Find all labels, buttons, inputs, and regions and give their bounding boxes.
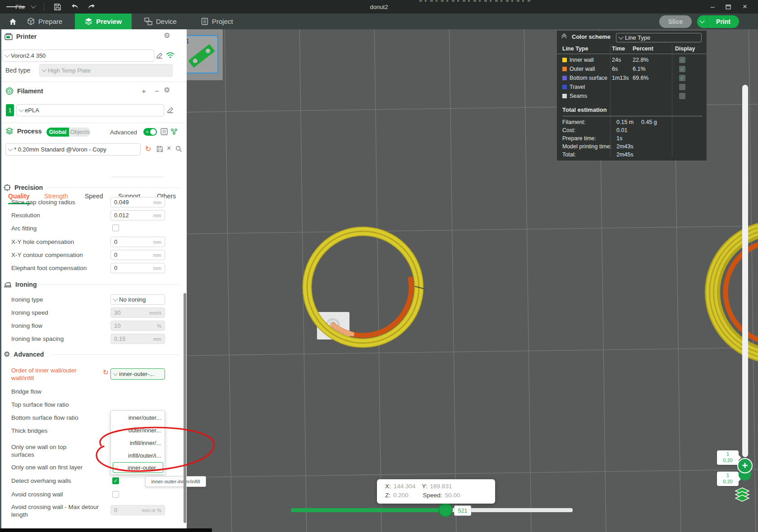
add-filament-button[interactable]: + — [142, 87, 146, 96]
printer-edit-icon[interactable] — [156, 52, 163, 59]
order-wall-infill-select[interactable]: inner-outer-... — [110, 368, 165, 380]
total-label: Model printing time: — [562, 143, 611, 150]
display-checkbox[interactable]: ✓ — [679, 75, 685, 81]
filament-edit-icon[interactable] — [167, 106, 174, 114]
delete-preset-icon[interactable]: × — [167, 144, 171, 152]
file-menu[interactable]: File — [15, 0, 25, 14]
avoid-crossing-wall-checkbox[interactable]: ✓ — [112, 491, 119, 498]
filament-slot-badge: 1 — [6, 104, 14, 116]
setting-label: Ironing type — [11, 296, 43, 303]
display-checkbox[interactable]: ✓ — [679, 84, 685, 90]
display-checkbox[interactable]: ✓ — [679, 57, 685, 63]
arc-fitting-checkbox[interactable]: ✓ — [112, 225, 119, 231]
collapse-panel-icon[interactable] — [562, 34, 566, 40]
settings-scrollbar[interactable] — [184, 293, 186, 523]
setting-label: Avoid crossing wall — [11, 491, 63, 498]
titlebar: File donut2 ─ × — [0, 0, 758, 14]
reset-preset-icon[interactable]: ↻ — [145, 145, 151, 153]
setting-label: Ironing line spacing — [11, 335, 64, 343]
reset-order-icon[interactable]: ↻ — [103, 368, 109, 376]
filament-settings-gear-icon[interactable]: ⚙ — [164, 87, 170, 94]
save-icon[interactable] — [54, 0, 61, 14]
move-slider-filled[interactable] — [291, 508, 446, 512]
layer-badge-top: 10.20 — [717, 450, 739, 465]
setting-label: X-Y contour compensation — [11, 251, 83, 259]
ironing-type-select[interactable]: No ironing — [110, 294, 165, 305]
printer-icon — [5, 33, 13, 40]
tab-prepare[interactable]: Prepare — [27, 14, 62, 29]
dropdown-option[interactable]: infill/outer/i... — [128, 452, 161, 459]
minimize-icon[interactable]: ─ — [708, 0, 717, 14]
print-dropdown-button[interactable] — [697, 15, 707, 28]
setting-label: Thick bridges — [11, 427, 47, 435]
dropdown-option-selected[interactable]: ✓ inner-outer... — [113, 462, 163, 473]
outer-wall-swatch — [562, 67, 567, 71]
tab-speed[interactable]: Speed — [85, 193, 103, 200]
detect-overhang-walls-checkbox[interactable]: ✓ — [112, 477, 119, 484]
ironing-speed-input: 30mm/s — [110, 307, 165, 318]
inner-wall-swatch — [562, 58, 567, 62]
tab-device[interactable]: Device — [144, 14, 177, 29]
total-value: 0.45 g — [641, 119, 657, 125]
file-menu-chevron-icon[interactable] — [32, 0, 35, 14]
layers-view-icon[interactable] — [734, 487, 750, 504]
printer-settings-gear-icon[interactable]: ⚙ — [164, 32, 170, 39]
resolution-input[interactable]: 0.012mm — [110, 210, 165, 220]
compare-presets-icon[interactable] — [170, 128, 178, 135]
filament-select[interactable]: ePLA — [16, 104, 164, 116]
ironing-line-spacing-input: 0.15mm — [110, 334, 165, 344]
save-preset-icon[interactable] — [156, 146, 163, 152]
slice-gap-input[interactable]: 0.049mm — [110, 197, 165, 207]
bed-type-select[interactable]: High Temp Plate — [39, 64, 173, 77]
xy-contour-compensation-input[interactable]: 0mm — [110, 250, 165, 260]
process-global-segment[interactable]: Global — [46, 128, 69, 137]
dropdown-option[interactable]: outer/inner... — [129, 427, 161, 434]
elephant-foot-compensation-input[interactable]: 0mm — [110, 263, 165, 273]
xy-hole-compensation-input[interactable]: 0mm — [110, 237, 165, 247]
process-preset-select[interactable]: * 0.20mm Standard @Voron - Copy — [5, 143, 141, 156]
total-value: 2m43s — [616, 143, 634, 150]
plate-thumbnail[interactable]: 1 — [182, 35, 218, 73]
seams-swatch — [562, 94, 567, 98]
slice-button[interactable]: Slice — [659, 15, 692, 28]
bed-type-label: Bed type — [5, 67, 30, 74]
setting-label: Resolution — [11, 211, 40, 219]
undo-icon[interactable] — [71, 0, 79, 14]
setting-label: Detect overhang walls — [11, 477, 71, 485]
process-section-header: Process — [5, 128, 41, 135]
gcode-position-tooltip: X:144.304 Y:169.831 Z:0.200 Speed:50.00 — [377, 479, 495, 504]
print-button[interactable]: Print — [707, 15, 739, 28]
advanced-toggle[interactable] — [143, 128, 157, 136]
layer-slider-upper-handle[interactable]: + — [737, 458, 753, 473]
setting-label: Top surface flow ratio — [11, 401, 69, 408]
dropdown-option[interactable]: infill/inner/... — [130, 440, 161, 446]
setting-label: Bridge flow — [11, 388, 41, 395]
filament-spool-icon — [5, 87, 14, 95]
display-checkbox[interactable]: ✓ — [679, 93, 685, 99]
cube-icon — [27, 18, 35, 25]
printer-select[interactable]: Voron2.4 350 — [2, 50, 154, 62]
advanced-gear-icon: ⚙ — [4, 351, 10, 358]
tab-preview[interactable]: Preview — [75, 14, 132, 29]
process-objects-segment[interactable]: Objects — [69, 128, 91, 137]
move-slider-handle[interactable] — [438, 503, 453, 517]
remove-filament-button[interactable]: − — [155, 87, 159, 96]
setting-label: Only one wall on first layer — [11, 463, 83, 471]
dropdown-option[interactable]: inner/outer... — [129, 414, 161, 421]
maximize-icon[interactable] — [724, 0, 733, 14]
home-icon[interactable] — [5, 14, 21, 29]
setting-label: Ironing speed — [11, 309, 48, 316]
tab-project[interactable]: Project — [201, 14, 233, 29]
color-scheme-select[interactable]: Line Type — [616, 33, 702, 42]
setting-label: Arc fitting — [11, 225, 37, 232]
total-value: 0.15 m — [616, 119, 634, 125]
redo-icon[interactable] — [87, 0, 96, 14]
display-checkbox[interactable]: ✓ — [679, 66, 685, 72]
search-preset-icon[interactable] — [175, 146, 182, 152]
close-icon[interactable]: × — [740, 0, 749, 14]
layer-slider-track[interactable] — [742, 85, 748, 457]
line-type-row: Outer wall 6s 6.1% ✓ — [557, 65, 707, 74]
layer-badge-bottom: 10.20 — [717, 472, 739, 486]
parameter-list-icon[interactable] — [161, 128, 168, 135]
wifi-icon[interactable] — [166, 51, 175, 59]
